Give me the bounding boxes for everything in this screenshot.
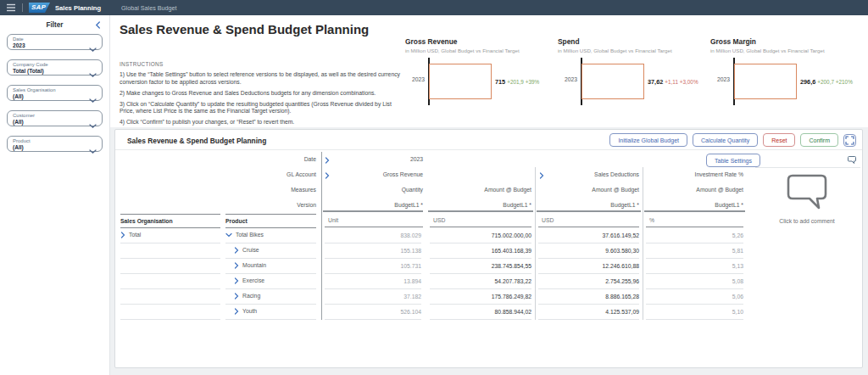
app-title: Sales Planning bbox=[55, 4, 101, 12]
initialize-global-budget-button[interactable]: Initialize Global Budget bbox=[609, 133, 687, 147]
table-row: Youth 526.104 80.858.944,02 4.125.537,09… bbox=[115, 305, 862, 320]
chevron-down-icon bbox=[89, 117, 97, 132]
filter-label: Customer bbox=[13, 113, 97, 119]
filter-customer[interactable]: Customer (All) bbox=[7, 110, 103, 126]
filter-company-code[interactable]: Company Code Total (Total) bbox=[7, 59, 103, 76]
chevron-down-icon bbox=[89, 41, 97, 56]
cell-investment-rate: 5,06 bbox=[646, 289, 743, 305]
chevron-down-icon[interactable] bbox=[225, 232, 232, 238]
header-label: Measures bbox=[115, 182, 316, 198]
cell-sales-deductions[interactable]: 9.603.580,30 bbox=[538, 243, 639, 259]
collapse-sidebar-icon[interactable] bbox=[95, 21, 101, 29]
cell-amount-budget[interactable]: 165.403.168,39 bbox=[430, 243, 531, 259]
cell-amount-budget[interactable]: 238.745.854,55 bbox=[430, 259, 531, 274]
cell-sales-deductions[interactable]: 2.754.255,96 bbox=[538, 274, 639, 289]
table-header-row-gl-account: GL Account Gross Revenue Sales Deduction… bbox=[115, 167, 862, 182]
header-gl-investment-rate: Investment Rate % bbox=[646, 167, 743, 182]
calculate-quantity-button[interactable]: Calculate Quantity bbox=[693, 133, 758, 147]
cell-sales-org bbox=[120, 274, 220, 289]
bullet-plot: 2023 37,62+1,11 +3,00% bbox=[558, 56, 702, 107]
kpi-value: 37,62 bbox=[648, 78, 663, 86]
filter-sales-organisation[interactable]: Sales Organisation (All) bbox=[7, 85, 103, 101]
cell-amount-budget[interactable]: 175.786.249,82 bbox=[430, 289, 531, 305]
chevron-down-icon bbox=[89, 92, 97, 107]
page-title: Sales Revenue & Spend Budget Planning bbox=[120, 22, 369, 36]
version-underline-bar bbox=[428, 210, 533, 213]
axis-category-label: 2023 bbox=[405, 76, 425, 82]
cell-sales-deductions[interactable]: 37.616.149,52 bbox=[538, 228, 639, 243]
cell-product: Exercise bbox=[225, 274, 316, 289]
cell-product: Total Bikes bbox=[225, 228, 316, 243]
chart-subtitle: in Million USD, Global Budget vs Financi… bbox=[405, 48, 549, 53]
filter-sidebar: Filter Date 2023 Company Code Total (Tot… bbox=[0, 15, 110, 375]
filter-value: Total (Total) bbox=[13, 68, 97, 75]
chevron-down-icon bbox=[89, 66, 97, 81]
chevron-right-icon[interactable] bbox=[234, 293, 239, 299]
topbar-divider bbox=[22, 3, 23, 12]
table-header-row-date: Date 2023 bbox=[115, 152, 862, 167]
column-header-usd: USD bbox=[430, 214, 531, 227]
cell-sales-org bbox=[120, 259, 220, 274]
bullet-plot: 2023 715+201,9 +39% bbox=[405, 56, 549, 107]
add-comment-hint[interactable]: Click to add comment bbox=[750, 218, 864, 224]
confirm-button[interactable]: Confirm bbox=[800, 133, 838, 147]
filter-value: (All) bbox=[13, 119, 97, 126]
cell-investment-rate: 5,08 bbox=[646, 274, 743, 289]
bullet-bar[interactable] bbox=[734, 64, 797, 99]
header-measure: Amount @ Budget bbox=[430, 182, 531, 198]
chart-title: Spend bbox=[558, 37, 702, 46]
version-underline-bar bbox=[644, 210, 745, 213]
cell-investment-rate: 5,13 bbox=[646, 259, 743, 274]
kpi-delta: +200,7 +210% bbox=[817, 79, 853, 85]
chevron-right-icon[interactable] bbox=[234, 262, 239, 269]
bullet-bar[interactable] bbox=[429, 64, 492, 99]
cell-sales-deductions[interactable]: 8.886.165,28 bbox=[538, 289, 639, 305]
planning-table-panel: Sales Revenue & Spend Budget Planning In… bbox=[114, 129, 863, 368]
kpi-delta: +201,9 +39% bbox=[507, 79, 539, 85]
cell-sales-deductions[interactable]: 4.125.537,09 bbox=[538, 305, 639, 320]
cell-sales-deductions[interactable]: 12.246.610,88 bbox=[538, 259, 639, 274]
expand-icon[interactable] bbox=[843, 134, 856, 147]
chart-title: Gross Revenue bbox=[405, 37, 549, 46]
header-label: GL Account bbox=[115, 167, 316, 182]
cell-quantity: 526.104 bbox=[325, 305, 421, 320]
bullet-plot: 2023 296,6+200,7 +210% bbox=[710, 56, 854, 107]
cell-amount-budget[interactable]: 715.002.000,00 bbox=[430, 228, 531, 243]
add-comment-bubble-icon[interactable] bbox=[787, 174, 827, 213]
table-row: Racing 37.182 175.786.249,82 8.886.165,2… bbox=[115, 289, 862, 305]
cell-amount-budget[interactable]: 80.858.944,02 bbox=[430, 305, 531, 320]
cell-investment-rate: 5,10 bbox=[646, 305, 743, 320]
filter-label: Product bbox=[13, 138, 97, 144]
filter-product[interactable]: Product (All) bbox=[7, 136, 103, 152]
filter-value: (All) bbox=[13, 144, 97, 151]
header-label: Version bbox=[115, 198, 316, 213]
cell-quantity: 155.138 bbox=[325, 243, 421, 259]
filter-label: Date bbox=[13, 36, 97, 42]
cell-amount-budget[interactable]: 54.207.783,22 bbox=[430, 274, 531, 289]
cell-sales-org bbox=[120, 289, 220, 305]
cell-quantity: 37.182 bbox=[325, 289, 421, 305]
column-group-divider bbox=[643, 167, 643, 320]
kpi-value: 715 bbox=[495, 78, 505, 86]
kpi-chart-gross-margin: Gross Margin in Million USD, Global Budg… bbox=[710, 37, 854, 122]
column-group-divider bbox=[321, 152, 322, 320]
filter-date[interactable]: Date 2023 bbox=[7, 34, 103, 50]
menu-icon[interactable] bbox=[6, 3, 16, 12]
chevron-right-icon[interactable] bbox=[234, 277, 239, 284]
reset-button[interactable]: Reset bbox=[763, 133, 795, 147]
chevron-right-icon[interactable] bbox=[120, 232, 125, 238]
instruction-line: 3) Click on “Calculate Quantity” to upda… bbox=[120, 101, 408, 115]
instruction-line: 2) Make changes to Gross Revenue and Sal… bbox=[120, 90, 408, 98]
cell-quantity: 13.894 bbox=[325, 274, 421, 289]
cell-investment-rate: 5,26 bbox=[646, 228, 743, 243]
instruction-line: 4) Click “Confirm” to publish your chang… bbox=[120, 119, 408, 126]
chevron-right-icon[interactable] bbox=[234, 308, 239, 315]
data-label: 715+201,9 +39% bbox=[495, 78, 539, 86]
header-measure: Quantity bbox=[325, 182, 423, 198]
table-row: Exercise 13.894 54.207.783,22 2.754.255,… bbox=[115, 274, 862, 289]
cell-quantity: 838.029 bbox=[325, 228, 421, 243]
chevron-right-icon[interactable] bbox=[234, 247, 239, 254]
bullet-bar[interactable] bbox=[581, 64, 644, 99]
cell-product: Youth bbox=[225, 305, 316, 320]
tab-global-sales-budget[interactable]: Global Sales Budget bbox=[121, 4, 177, 12]
